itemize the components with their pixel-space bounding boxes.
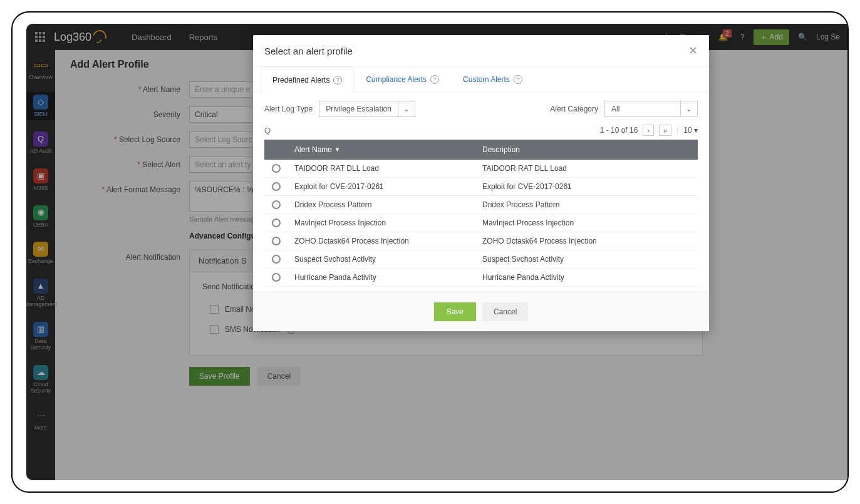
col-alert-name[interactable]: Alert Name▼ bbox=[294, 145, 482, 154]
category-select[interactable]: All ⌄ bbox=[604, 101, 698, 117]
sort-desc-icon: ▼ bbox=[334, 147, 340, 153]
row-desc: TAIDOOR RAT DLL Load bbox=[482, 164, 690, 173]
tab-compliance[interactable]: Compliance Alerts? bbox=[354, 67, 451, 91]
alert-profile-modal: Select an alert profile ✕ Predefined Ale… bbox=[253, 35, 709, 331]
table-row[interactable]: Hurricane Panda ActivityHurricane Panda … bbox=[264, 269, 698, 287]
row-name: TAIDOOR RAT DLL Load bbox=[294, 164, 482, 173]
row-radio[interactable] bbox=[272, 164, 281, 173]
table-search-icon[interactable]: Q bbox=[264, 126, 271, 135]
row-radio[interactable] bbox=[272, 200, 281, 209]
row-desc: Dridex Process Pattern bbox=[482, 200, 690, 209]
row-desc: MavInject Process Injection bbox=[482, 219, 690, 227]
row-radio[interactable] bbox=[272, 182, 281, 191]
table-row[interactable]: Suspect Svchost ActivitySuspect Svchost … bbox=[264, 250, 698, 269]
tab-predefined[interactable]: Predefined Alerts? bbox=[261, 68, 354, 92]
col-description[interactable]: Description bbox=[482, 145, 690, 154]
row-name: MavInject Process Injection bbox=[294, 219, 482, 227]
row-name: Suspect Svchost Activity bbox=[294, 255, 482, 264]
modal-title: Select an alert profile bbox=[264, 46, 353, 56]
modal-close-button[interactable]: ✕ bbox=[688, 44, 698, 58]
table-row[interactable]: Dridex Process PatternDridex Process Pat… bbox=[264, 196, 698, 214]
row-desc: Suspect Svchost Activity bbox=[482, 255, 690, 264]
row-desc: ZOHO Dctask64 Process Injection bbox=[482, 237, 690, 245]
row-radio[interactable] bbox=[272, 219, 281, 227]
table-row[interactable]: MavInject Process InjectionMavInject Pro… bbox=[264, 214, 698, 232]
row-name: Hurricane Panda Activity bbox=[294, 273, 482, 282]
log-type-label: Alert Log Type bbox=[264, 105, 313, 113]
table-header: Alert Name▼ Description bbox=[264, 140, 698, 160]
table-row[interactable]: ZOHO Dctask64 Process InjectionZOHO Dcta… bbox=[264, 232, 698, 250]
chevron-down-icon: ⌄ bbox=[680, 101, 697, 116]
row-name: Dridex Process Pattern bbox=[294, 200, 482, 209]
help-icon[interactable]: ? bbox=[430, 75, 439, 84]
row-radio[interactable] bbox=[272, 237, 281, 245]
help-icon[interactable]: ? bbox=[514, 75, 522, 84]
help-icon[interactable]: ? bbox=[333, 76, 342, 85]
row-name: Exploit for CVE-2017-0261 bbox=[294, 182, 482, 191]
row-radio[interactable] bbox=[272, 273, 281, 282]
chevron-down-icon: ⌄ bbox=[398, 101, 415, 116]
modal-save-button[interactable]: Save bbox=[434, 302, 476, 321]
page-size-select[interactable]: 10 ▾ bbox=[683, 126, 698, 135]
page-last-button[interactable]: » bbox=[659, 125, 671, 136]
tab-custom[interactable]: Custom Alerts? bbox=[451, 67, 534, 91]
page-next-button[interactable]: › bbox=[643, 125, 654, 136]
category-label: Alert Category bbox=[550, 105, 598, 113]
modal-cancel-button[interactable]: Cancel bbox=[482, 302, 528, 321]
log-type-select[interactable]: Privilege Escalation ⌄ bbox=[319, 101, 415, 117]
row-name: ZOHO Dctask64 Process Injection bbox=[294, 237, 482, 245]
row-desc: Exploit for CVE-2017-0261 bbox=[482, 182, 690, 191]
table-row[interactable]: Exploit for CVE-2017-0261Exploit for CVE… bbox=[264, 178, 698, 196]
paging-text: 1 - 10 of 16 bbox=[600, 126, 638, 135]
row-radio[interactable] bbox=[272, 255, 281, 264]
row-desc: Hurricane Panda Activity bbox=[482, 273, 690, 282]
table-row[interactable]: TAIDOOR RAT DLL LoadTAIDOOR RAT DLL Load bbox=[264, 160, 698, 178]
